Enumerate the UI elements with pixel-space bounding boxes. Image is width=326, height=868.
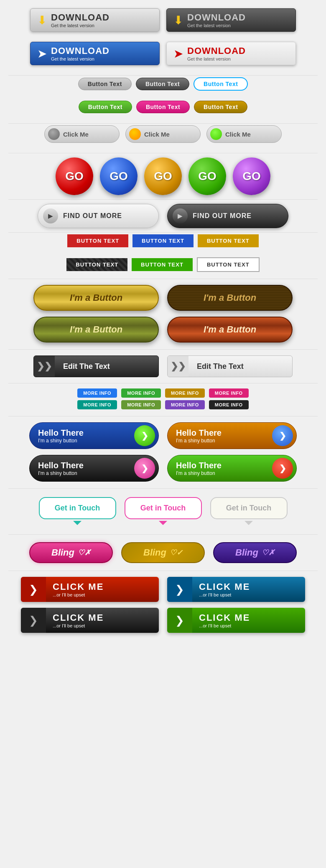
button-text-blue[interactable]: Button Text: [194, 77, 248, 91]
get-in-touch-pink[interactable]: Get in Touch: [125, 497, 202, 519]
edit-arrow-icon: ❯❯: [34, 356, 55, 377]
download-dark-btn[interactable]: ⬇ DOWNLOAD Get the latest version: [166, 8, 296, 32]
bling-heart-icon: ♡✓: [170, 548, 183, 557]
download-silver-btn[interactable]: ⬇ DOWNLOAD Get the latest version: [30, 8, 160, 32]
go-ball-blue[interactable]: GO: [100, 157, 138, 195]
bling-purple[interactable]: Bling ♡✗: [213, 542, 297, 563]
more-info-gold[interactable]: MORE INFO: [165, 388, 205, 398]
click-me-sub-label: ...or I'll be upset: [53, 592, 152, 597]
click-me-upper-label: CLICK ME: [199, 581, 298, 592]
get-in-touch-light[interactable]: Get in Touch: [210, 497, 288, 519]
click-me-label: Click Me: [144, 131, 170, 138]
more-info-teal[interactable]: MORE INFO: [77, 400, 117, 409]
edit-text-dark[interactable]: ❯❯ Edit The Text: [33, 355, 159, 377]
button-text-dark[interactable]: Button Text: [136, 78, 189, 90]
more-info-green[interactable]: MORE INFO: [121, 388, 161, 398]
hello-title: Hello There: [176, 461, 222, 470]
click-circle-green: [210, 128, 222, 140]
im-a-button-dark[interactable]: I'm a Button: [167, 285, 293, 311]
find-out-more-light[interactable]: ▶ FIND OUT MORE: [38, 204, 159, 228]
more-info-purple[interactable]: MORE INFO: [165, 400, 205, 409]
im-a-button-olive[interactable]: I'm a Button: [33, 317, 159, 343]
click-me-upper-label: CLICK ME: [199, 612, 298, 623]
shiny-arrow-icon: ❯: [272, 425, 293, 446]
click-me-black[interactable]: ❯ CLICK ME ...or I'll be upset: [21, 608, 159, 633]
go-ball-gold[interactable]: GO: [144, 157, 182, 195]
im-a-button-brown[interactable]: I'm a Button: [167, 317, 293, 343]
hello-sub: I'm a shiny button: [38, 438, 84, 444]
click-arrow-icon: ❯: [167, 608, 192, 633]
bling-gold[interactable]: Bling ♡✓: [121, 542, 205, 563]
bling-label: Bling: [51, 547, 74, 558]
rect-button-gold[interactable]: BUTTON TEXT: [198, 234, 259, 247]
rect-button-green[interactable]: BUTTON TEXT: [132, 258, 193, 271]
hello-there-black[interactable]: Hello There I'm a shiny button ❯: [29, 455, 159, 482]
bling-pink[interactable]: Bling ♡✗: [29, 542, 113, 563]
click-me-sub-label: ...or I'll be upset: [53, 623, 152, 628]
download-subtitle: Get the latest version: [51, 56, 110, 61]
more-info-black[interactable]: MORE INFO: [209, 400, 249, 409]
hello-there-blue[interactable]: Hello There I'm a shiny button ❯: [29, 422, 159, 449]
rect-button-red[interactable]: BUTTON TEXT: [67, 234, 128, 247]
click-me-green[interactable]: ❯ CLICK ME ...or I'll be upset: [167, 608, 305, 633]
button-text-gray[interactable]: Button Text: [78, 78, 132, 90]
download-blue-btn[interactable]: ➤ DOWNLOAD Get the latest version: [30, 42, 160, 65]
download-title: DOWNLOAD: [51, 12, 110, 23]
bling-label: Bling: [235, 547, 258, 558]
edit-text-label: Edit The Text: [188, 362, 252, 371]
hello-sub: I'm a shiny button: [38, 470, 84, 476]
click-me-label: Click Me: [225, 131, 251, 138]
hello-title: Hello There: [176, 428, 222, 438]
get-in-touch-teal[interactable]: Get in Touch: [39, 497, 116, 519]
go-ball-purple[interactable]: GO: [233, 157, 270, 195]
download-title: DOWNLOAD: [187, 46, 246, 56]
download-arrow-icon: ➤: [37, 47, 47, 61]
download-title: DOWNLOAD: [187, 12, 246, 23]
click-me-teal[interactable]: ❯ CLICK ME ...or I'll be upset: [167, 577, 305, 602]
shiny-arrow-icon: ❯: [134, 425, 155, 446]
shiny-arrow-icon: ❯: [134, 458, 155, 479]
button-text-gold[interactable]: Button Text: [194, 101, 247, 113]
hello-sub: I'm a shiny button: [176, 438, 222, 444]
click-me-orange-btn[interactable]: Click Me: [125, 125, 201, 143]
hello-sub: I'm a shiny button: [176, 470, 222, 476]
click-arrow-icon: ❯: [167, 577, 192, 602]
click-me-gray-btn[interactable]: Click Me: [44, 125, 120, 143]
bling-label: Bling: [143, 547, 166, 558]
shiny-arrow-icon: ❯: [272, 458, 293, 479]
click-arrow-icon: ❯: [21, 577, 46, 602]
click-me-label: Click Me: [63, 131, 89, 138]
click-me-red[interactable]: ❯ CLICK ME ...or I'll be upset: [21, 577, 159, 602]
click-me-sub-label: ...or I'll be upset: [199, 623, 298, 628]
find-out-more-label: FIND OUT MORE: [63, 212, 122, 220]
button-text-green[interactable]: Button Text: [79, 101, 132, 113]
more-info-olive[interactable]: MORE INFO: [121, 400, 161, 409]
download-red-btn[interactable]: ➤ DOWNLOAD Get the latest version: [166, 42, 296, 65]
bling-heart-icon: ♡✗: [78, 548, 91, 557]
download-arrow-icon: ⬇: [37, 13, 47, 27]
more-info-pink[interactable]: MORE INFO: [209, 388, 249, 398]
hello-there-green[interactable]: Hello There I'm a shiny button ❯: [167, 455, 297, 482]
find-out-more-label: FIND OUT MORE: [193, 212, 252, 220]
click-me-sub-label: ...or I'll be upset: [199, 592, 298, 597]
bling-heart-icon: ♡✗: [262, 548, 275, 557]
click-me-green-btn[interactable]: Click Me: [206, 125, 282, 143]
find-play-icon: ▶: [43, 208, 58, 223]
go-ball-green[interactable]: GO: [188, 157, 226, 195]
rect-button-outline[interactable]: BUTTON TEXT: [197, 257, 260, 272]
download-title: DOWNLOAD: [51, 46, 110, 56]
find-play-icon: ▶: [173, 208, 188, 223]
more-info-blue[interactable]: MORE INFO: [77, 388, 117, 398]
edit-text-light[interactable]: ❯❯ Edit The Text: [167, 355, 293, 377]
click-arrow-icon: ❯: [21, 608, 46, 633]
find-out-more-dark[interactable]: ▶ FIND OUT MORE: [167, 204, 288, 228]
edit-arrow-icon: ❯❯: [168, 356, 188, 377]
download-subtitle: Get the latest version: [51, 23, 110, 28]
rect-button-stripe[interactable]: BUTTON TEXT: [66, 258, 127, 271]
click-circle-gray: [48, 128, 60, 140]
button-text-pink[interactable]: Button Text: [136, 101, 190, 113]
hello-there-orange[interactable]: Hello There I'm a shiny button ❯: [167, 422, 297, 449]
im-a-button-gold[interactable]: I'm a Button: [33, 285, 159, 311]
rect-button-blue[interactable]: BUTTON TEXT: [132, 234, 194, 247]
go-ball-red[interactable]: GO: [56, 157, 93, 195]
